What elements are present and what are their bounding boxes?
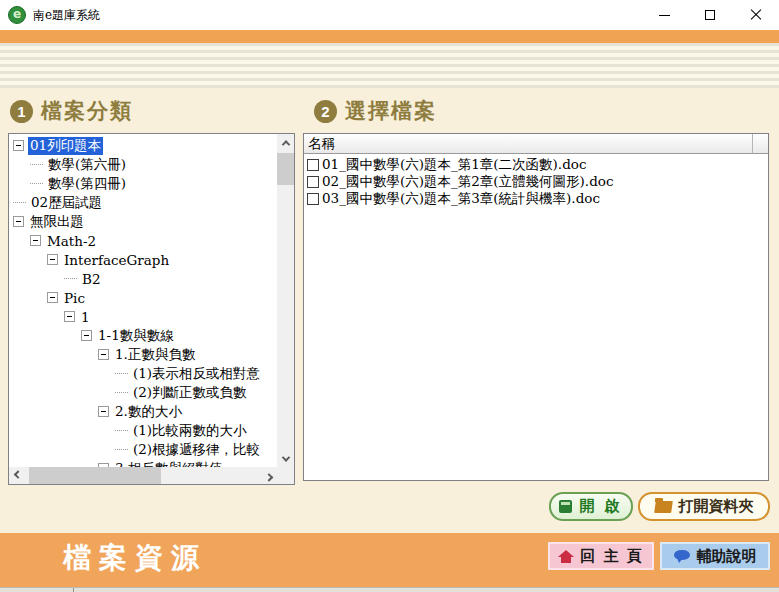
tree-row[interactable]: Math-2 <box>9 231 277 250</box>
tree-indent <box>9 297 47 298</box>
tree-vertical-scrollbar[interactable] <box>277 134 294 467</box>
tree-expander-icon[interactable] <box>13 216 24 227</box>
tree-connector <box>13 202 26 203</box>
house-icon <box>558 550 573 563</box>
tree-row[interactable]: (1)表示相反或相對意 <box>9 364 277 383</box>
help-button[interactable]: 輔助說明 <box>660 542 770 570</box>
window-title: 南e題庫系統 <box>33 7 100 24</box>
tree-row[interactable]: (1)比較兩數的大小 <box>9 421 277 440</box>
file-checkbox[interactable] <box>307 159 319 171</box>
close-button[interactable] <box>733 0 779 30</box>
tree-row[interactable]: 數學(第六冊) <box>9 155 277 174</box>
tree-expander-icon[interactable] <box>81 330 92 341</box>
tree-item-label[interactable]: InterfaceGraph <box>62 252 171 268</box>
tree-row[interactable]: 3.相反數與絕對值 <box>9 459 277 467</box>
taskbar-edge <box>0 587 779 592</box>
tree-item-label[interactable]: 數學(第四冊) <box>46 175 128 193</box>
tree-item-label[interactable]: 02歷屆試題 <box>29 194 104 212</box>
tree-item-label[interactable]: 01列印題本 <box>28 137 103 155</box>
scroll-up-button[interactable] <box>277 134 294 151</box>
tree-indent <box>9 430 115 431</box>
tree-row[interactable]: 1-1數與數線 <box>9 326 277 345</box>
tree-item-label[interactable]: 數學(第六冊) <box>46 156 128 174</box>
horizontal-scroll-thumb[interactable] <box>29 467 161 484</box>
tree-row[interactable]: 2.數的大小 <box>9 402 277 421</box>
app-window: 南e題庫系統 1 檔案分類 2 選擇檔案 01列印題本 數學(第六冊) 數學(第… <box>0 0 779 592</box>
tree-expander-icon[interactable] <box>64 311 75 322</box>
tree-row[interactable]: 01列印題本 <box>9 136 277 155</box>
tree-item-label[interactable]: (1)比較兩數的大小 <box>131 422 249 440</box>
chevron-down-icon <box>281 453 289 461</box>
tree-viewport: 01列印題本 數學(第六冊) 數學(第四冊) 02歷屆試題 無限出題 Math-… <box>9 134 277 467</box>
tree-horizontal-scrollbar[interactable] <box>9 467 277 484</box>
tree-item-label[interactable]: (2)判斷正數或負數 <box>131 384 249 402</box>
scroll-left-button[interactable] <box>9 467 26 484</box>
tree-indent <box>9 278 64 279</box>
open-button[interactable]: 開 啟 <box>549 492 633 521</box>
category-tree-panel: 01列印題本 數學(第六冊) 數學(第四冊) 02歷屆試題 無限出題 Math-… <box>8 133 295 485</box>
open-folder-button[interactable]: 打開資料夾 <box>638 492 770 521</box>
home-button[interactable]: 回 主 頁 <box>548 542 654 570</box>
file-checkbox[interactable] <box>307 193 319 205</box>
tree-row[interactable]: Pic <box>9 288 277 307</box>
tree-indent <box>9 164 30 165</box>
tree-item-label[interactable]: 無限出題 <box>28 213 86 231</box>
column-header-name[interactable]: 名稱 <box>304 134 753 154</box>
scroll-right-button[interactable] <box>260 467 277 484</box>
section-header-classification: 1 檔案分類 <box>10 97 133 125</box>
tree-expander-icon[interactable] <box>47 292 58 303</box>
tree-indent <box>9 373 115 374</box>
section-title-selection: 選擇檔案 <box>345 97 437 125</box>
tree-expander-icon[interactable] <box>30 235 41 246</box>
tree-item-label[interactable]: 2.數的大小 <box>113 403 184 421</box>
file-rows: 01_國中數學(六)題本_第1章(二次函數).doc 02_國中數學(六)題本_… <box>304 155 768 480</box>
tree-row[interactable]: 1.正數與負數 <box>9 345 277 364</box>
tree-row[interactable]: 無限出題 <box>9 212 277 231</box>
tree-item-label[interactable]: (2)根據遞移律，比較 <box>131 441 262 459</box>
maximize-icon <box>705 10 715 20</box>
tree-item-label[interactable]: B2 <box>80 271 103 287</box>
minimize-button[interactable] <box>641 0 687 30</box>
tree-row[interactable]: B2 <box>9 269 277 288</box>
tree-expander-icon[interactable] <box>98 406 109 417</box>
speech-bubble-icon <box>674 549 690 563</box>
section-header-selection: 2 選擇檔案 <box>314 97 437 125</box>
open-box-icon <box>559 500 572 513</box>
tree-connector <box>30 183 43 184</box>
maximize-button[interactable] <box>687 0 733 30</box>
file-row[interactable]: 02_國中數學(六)題本_第2章(立體幾何圖形).doc <box>304 173 768 190</box>
tree-row[interactable]: 02歷屆試題 <box>9 193 277 212</box>
file-name-label: 01_國中數學(六)題本_第1章(二次函數).doc <box>322 156 586 174</box>
tree-row[interactable]: (2)判斷正數或負數 <box>9 383 277 402</box>
tree-connector <box>115 373 128 374</box>
tree-item-label[interactable]: 3.相反數與絕對值 <box>113 460 224 468</box>
tree-expander-icon[interactable] <box>13 140 24 151</box>
step1-badge: 1 <box>10 100 33 123</box>
scroll-down-button[interactable] <box>277 450 294 467</box>
vertical-scroll-thumb[interactable] <box>277 153 294 185</box>
file-checkbox[interactable] <box>307 176 319 188</box>
accent-bar <box>0 30 779 43</box>
help-button-label: 輔助說明 <box>697 547 757 566</box>
tree-connector <box>30 164 43 165</box>
tree-item-label[interactable]: 1.正數與負數 <box>113 346 197 364</box>
file-row[interactable]: 01_國中數學(六)題本_第1章(二次函數).doc <box>304 156 768 173</box>
tree-indent <box>9 411 98 412</box>
tree-item-label[interactable]: (1)表示相反或相對意 <box>131 365 262 383</box>
tree-indent <box>9 240 30 241</box>
open-button-label: 開 啟 <box>579 497 622 516</box>
tree-row[interactable]: InterfaceGraph <box>9 250 277 269</box>
tree-item-label[interactable]: Math-2 <box>45 233 98 249</box>
tree-row[interactable]: (2)根據遞移律，比較 <box>9 440 277 459</box>
column-header-extra[interactable] <box>753 134 768 154</box>
tree-row[interactable]: 數學(第四冊) <box>9 174 277 193</box>
section-title-classification: 檔案分類 <box>41 97 133 125</box>
tree-item-label[interactable]: Pic <box>62 290 87 306</box>
file-row[interactable]: 03_國中數學(六)題本_第3章(統計與機率).doc <box>304 190 768 207</box>
chevron-left-icon <box>13 470 21 478</box>
tree-item-label[interactable]: 1 <box>79 309 92 325</box>
tree-item-label[interactable]: 1-1數與數線 <box>96 327 176 345</box>
tree-expander-icon[interactable] <box>98 349 109 360</box>
tree-row[interactable]: 1 <box>9 307 277 326</box>
tree-expander-icon[interactable] <box>47 254 58 265</box>
